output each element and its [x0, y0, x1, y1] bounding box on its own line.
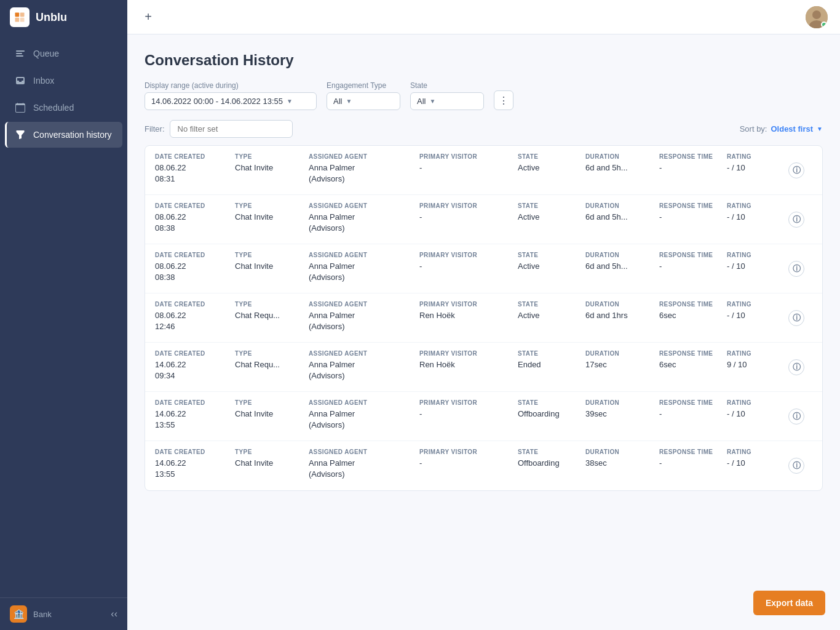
sort-by-label: Sort by:	[740, 124, 767, 134]
topbar-left: +	[140, 9, 157, 26]
svg-rect-0	[15, 13, 20, 17]
export-data-button[interactable]: Export data	[753, 591, 825, 615]
sort-value[interactable]: Oldest first	[771, 124, 813, 134]
date-range-label: Display range (active during)	[145, 81, 317, 90]
svg-rect-4	[16, 50, 25, 52]
svg-rect-6	[16, 55, 23, 57]
date-range-filter-group: Display range (active during) 14.06.2022…	[145, 81, 317, 110]
chevron-down-icon: ▼	[287, 98, 293, 105]
info-button[interactable]: ⓘ	[788, 359, 804, 375]
history-icon	[15, 129, 26, 140]
avatar[interactable]	[806, 6, 828, 28]
sidebar-item-conversation-history[interactable]: Conversation history	[5, 122, 122, 148]
chevron-down-icon-2: ▼	[346, 98, 352, 105]
filter-label-text: Filter:	[145, 124, 165, 134]
content-area: Conversation History Display range (acti…	[127, 34, 840, 630]
info-button[interactable]: ⓘ	[788, 212, 804, 228]
chevron-down-icon-sort: ▼	[817, 126, 823, 132]
chevron-down-icon-3: ▼	[429, 98, 435, 105]
info-button[interactable]: ⓘ	[788, 261, 804, 277]
filter-input-wrap: Filter:	[145, 120, 293, 138]
online-status-dot	[821, 22, 827, 28]
sidebar-label-conversation-history: Conversation history	[33, 130, 112, 140]
engagement-type-value: All	[333, 97, 342, 106]
sidebar-label-scheduled: Scheduled	[33, 103, 74, 113]
collapse-sidebar-button[interactable]: ‹‹	[111, 608, 117, 620]
table-row[interactable]: DATE CREATED08.06.22 08:38TYPEChat Invit…	[145, 244, 822, 293]
more-options-button[interactable]: ⋮	[494, 90, 513, 110]
sort-wrap: Sort by: Oldest first ▼	[740, 124, 823, 134]
brand-name: Unblu	[36, 11, 67, 24]
engagement-type-label: Engagement Type	[327, 81, 400, 90]
sidebar-label-inbox: Inbox	[33, 76, 54, 86]
topbar: +	[127, 0, 840, 34]
svg-rect-1	[20, 13, 25, 17]
svg-rect-3	[20, 18, 25, 22]
filter-bar: Filter: Sort by: Oldest first ▼	[145, 120, 823, 138]
filters-row: Display range (active during) 14.06.2022…	[145, 81, 823, 110]
sidebar-nav: Queue Inbox Scheduled C	[0, 34, 127, 597]
date-range-select[interactable]: 14.06.2022 00:00 - 14.06.2022 13:55 ▼	[145, 92, 317, 110]
info-button[interactable]: ⓘ	[788, 409, 804, 425]
info-button[interactable]: ⓘ	[788, 310, 804, 326]
conversations-table: DATE CREATED08.06.22 08:31TYPEChat Invit…	[145, 145, 823, 491]
state-select[interactable]: All ▼	[410, 92, 484, 110]
sidebar-footer: 🏦 Bank ‹‹	[0, 597, 127, 630]
logo	[10, 7, 30, 27]
sidebar-item-inbox[interactable]: Inbox	[5, 68, 122, 94]
table-row[interactable]: DATE CREATED08.06.22 12:46TYPEChat Requ.…	[145, 293, 822, 343]
bank-item[interactable]: 🏦 Bank	[10, 605, 52, 623]
svg-point-8	[812, 10, 821, 19]
sidebar-label-queue: Queue	[33, 49, 59, 58]
svg-rect-5	[16, 53, 22, 54]
sidebar-item-scheduled[interactable]: Scheduled	[5, 95, 122, 121]
state-filter-group: State All ▼	[410, 81, 484, 110]
engagement-type-filter-group: Engagement Type All ▼	[327, 81, 400, 110]
sidebar: Unblu Queue Inbox	[0, 0, 127, 630]
sidebar-header: Unblu	[0, 0, 127, 34]
add-button[interactable]: +	[140, 9, 157, 26]
bank-label: Bank	[33, 610, 52, 619]
table-row[interactable]: DATE CREATED14.06.22 13:55TYPEChat Invit…	[145, 441, 822, 490]
bank-icon: 🏦	[10, 605, 27, 623]
sidebar-item-queue[interactable]: Queue	[5, 41, 122, 66]
svg-rect-2	[15, 18, 20, 22]
table-row[interactable]: DATE CREATED14.06.22 09:34TYPEChat Requ.…	[145, 343, 822, 392]
filter-input[interactable]	[170, 120, 293, 138]
date-range-value: 14.06.2022 00:00 - 14.06.2022 13:55	[151, 97, 283, 106]
page-title: Conversation History	[145, 52, 823, 69]
state-label: State	[410, 81, 484, 90]
main-content: + Conversation History Display range (ac…	[127, 0, 840, 630]
engagement-type-select[interactable]: All ▼	[327, 92, 400, 110]
info-button[interactable]: ⓘ	[788, 458, 804, 474]
state-value: All	[417, 97, 426, 106]
table-row[interactable]: DATE CREATED08.06.22 08:31TYPEChat Invit…	[145, 146, 822, 195]
info-button[interactable]: ⓘ	[788, 162, 804, 178]
calendar-icon	[15, 102, 26, 113]
table-row[interactable]: DATE CREATED14.06.22 13:55TYPEChat Invit…	[145, 392, 822, 441]
list-icon	[15, 48, 26, 59]
table-row[interactable]: DATE CREATED08.06.22 08:38TYPEChat Invit…	[145, 195, 822, 244]
inbox-icon	[15, 75, 26, 86]
